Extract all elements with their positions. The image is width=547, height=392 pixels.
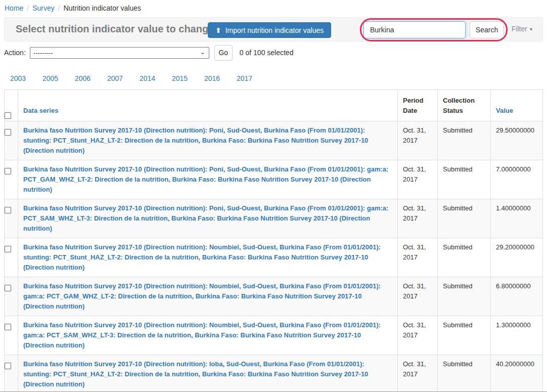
- year-link-2017[interactable]: 2017: [237, 74, 253, 82]
- collection-status-cell: Submitted: [438, 121, 491, 160]
- breadcrumb-current: Nutrition indicator values: [64, 4, 141, 12]
- value-cell: 1.40000000: [491, 199, 543, 238]
- row-checkbox-cell: [5, 199, 18, 238]
- period-date-cell: Oct. 31, 2017: [398, 121, 438, 160]
- results-table: Data series Period Date Collection Statu…: [4, 90, 543, 392]
- table-row: Burkina faso Nutrition Survey 2017-10 (D…: [5, 121, 543, 160]
- header-value: Value: [491, 90, 543, 121]
- data-series-cell: Burkina faso Nutrition Survey 2017-10 (D…: [18, 160, 398, 199]
- data-series-link[interactable]: Burkina faso Nutrition Survey 2017-10 (D…: [23, 126, 368, 154]
- table-row: Burkina faso Nutrition Survey 2017-10 (D…: [5, 199, 543, 238]
- year-filter-links: 20032005200620072014201520162017: [10, 74, 253, 82]
- data-series-link[interactable]: Burkina faso Nutrition Survey 2017-10 (D…: [23, 282, 381, 310]
- selection-status: 0 of 100 selected: [240, 49, 294, 57]
- import-button[interactable]: ⬆ Import nutrition indicator values: [208, 22, 331, 38]
- action-select-value: ---------: [33, 49, 53, 57]
- row-checkbox[interactable]: [5, 207, 11, 213]
- data-series-cell: Burkina faso Nutrition Survey 2017-10 (D…: [18, 277, 398, 316]
- row-checkbox[interactable]: [5, 363, 11, 369]
- filter-toggle[interactable]: Filter ▾: [512, 25, 532, 33]
- year-link-2007[interactable]: 2007: [107, 74, 124, 82]
- toolbar: Select nutrition indicator value to chan…: [4, 17, 543, 41]
- data-series-cell: Burkina faso Nutrition Survey 2017-10 (D…: [18, 199, 398, 238]
- year-link-2003[interactable]: 2003: [10, 74, 27, 82]
- row-checkbox-cell: [5, 316, 18, 355]
- collection-status-cell: Submitted: [438, 316, 491, 355]
- breadcrumb: Home/Survey/Nutrition indicator values: [0, 0, 547, 12]
- data-series-link[interactable]: Burkina faso Nutrition Survey 2017-10 (D…: [23, 360, 368, 388]
- row-checkbox[interactable]: [5, 246, 11, 252]
- value-cell: 29.50000000: [491, 121, 543, 160]
- breadcrumb-separator: /: [27, 4, 29, 12]
- table-row: Burkina faso Nutrition Survey 2017-10 (D…: [5, 160, 543, 199]
- header-collection-status: Collection Status: [438, 90, 491, 121]
- year-link-2014[interactable]: 2014: [140, 74, 156, 82]
- chevron-down-icon: ⌄: [200, 49, 205, 56]
- value-cell: 29.20000000: [491, 238, 543, 277]
- data-series-link[interactable]: Burkina faso Nutrition Survey 2017-10 (D…: [23, 204, 388, 232]
- row-checkbox-cell: [5, 355, 18, 392]
- header-period-date: Period Date: [398, 90, 438, 121]
- data-series-cell: Burkina faso Nutrition Survey 2017-10 (D…: [18, 316, 398, 355]
- period-date-cell: Oct. 31, 2017: [398, 277, 438, 316]
- import-button-label: Import nutrition indicator values: [225, 26, 324, 34]
- value-cell: 40.20000000: [491, 355, 543, 392]
- row-checkbox[interactable]: [5, 285, 11, 291]
- collection-status-cell: Submitted: [438, 199, 491, 238]
- breadcrumb-survey[interactable]: Survey: [32, 4, 55, 12]
- data-series-cell: Burkina faso Nutrition Survey 2017-10 (D…: [18, 121, 398, 160]
- year-link-2006[interactable]: 2006: [75, 74, 92, 82]
- upload-arrow-icon: ⬆: [215, 26, 221, 34]
- sort-value-link[interactable]: Value: [496, 107, 513, 114]
- sort-data-series-link[interactable]: Data series: [23, 107, 58, 114]
- data-series-link[interactable]: Burkina faso Nutrition Survey 2017-10 (D…: [23, 243, 381, 271]
- value-cell: 1.30000000: [491, 316, 543, 355]
- row-checkbox[interactable]: [5, 168, 11, 175]
- table-row: Burkina faso Nutrition Survey 2017-10 (D…: [5, 355, 543, 392]
- collection-status-cell: Submitted: [438, 160, 491, 199]
- row-checkbox[interactable]: [5, 129, 11, 136]
- data-series-cell: Burkina faso Nutrition Survey 2017-10 (D…: [18, 238, 398, 277]
- period-date-cell: Oct. 31, 2017: [398, 199, 438, 238]
- year-link-2015[interactable]: 2015: [172, 74, 189, 82]
- period-date-cell: Oct. 31, 2017: [398, 160, 438, 199]
- data-series-link[interactable]: Burkina faso Nutrition Survey 2017-10 (D…: [23, 165, 388, 193]
- period-date-cell: Oct. 31, 2017: [398, 355, 438, 392]
- action-bar: Action: --------- ⌄ Go 0 of 100 selected: [4, 45, 293, 61]
- action-select[interactable]: --------- ⌄: [30, 47, 209, 59]
- table-row: Burkina faso Nutrition Survey 2017-10 (D…: [5, 277, 543, 316]
- caret-down-icon: ▾: [530, 26, 532, 32]
- page: Home/Survey/Nutrition indicator values S…: [0, 0, 547, 392]
- value-cell: 7.00000000: [491, 160, 543, 199]
- row-checkbox-cell: [5, 238, 18, 277]
- table-row: Burkina faso Nutrition Survey 2017-10 (D…: [5, 316, 543, 355]
- value-cell: 6.80000000: [491, 277, 543, 316]
- header-data-series: Data series: [18, 90, 398, 121]
- filter-label: Filter: [512, 25, 527, 33]
- row-checkbox-cell: [5, 277, 18, 316]
- breadcrumb-home[interactable]: Home: [5, 4, 23, 12]
- page-title: Select nutrition indicator value to chan…: [16, 23, 214, 35]
- data-series-cell: Burkina faso Nutrition Survey 2017-10 (D…: [18, 355, 398, 392]
- table-row: Burkina faso Nutrition Survey 2017-10 (D…: [5, 238, 543, 277]
- collection-status-cell: Submitted: [438, 238, 491, 277]
- breadcrumb-separator: /: [58, 4, 60, 12]
- row-checkbox-cell: [5, 121, 18, 160]
- select-all-checkbox[interactable]: [5, 112, 11, 119]
- year-link-2016[interactable]: 2016: [204, 74, 221, 82]
- data-series-link[interactable]: Burkina faso Nutrition Survey 2017-10 (D…: [23, 321, 381, 349]
- period-date-cell: Oct. 31, 2017: [398, 316, 438, 355]
- period-date-cell: Oct. 31, 2017: [398, 238, 438, 277]
- search-button[interactable]: Search: [470, 21, 504, 38]
- collection-status-cell: Submitted: [438, 355, 491, 392]
- search-input[interactable]: [363, 21, 466, 38]
- row-checkbox[interactable]: [5, 324, 11, 330]
- table-header: Data series Period Date Collection Statu…: [5, 90, 543, 121]
- header-select-all-cell: [5, 90, 18, 121]
- go-button[interactable]: Go: [214, 45, 233, 61]
- collection-status-cell: Submitted: [438, 277, 491, 316]
- action-label: Action:: [4, 49, 26, 57]
- table-body: Burkina faso Nutrition Survey 2017-10 (D…: [5, 121, 543, 392]
- row-checkbox-cell: [5, 160, 18, 199]
- year-link-2005[interactable]: 2005: [42, 74, 59, 82]
